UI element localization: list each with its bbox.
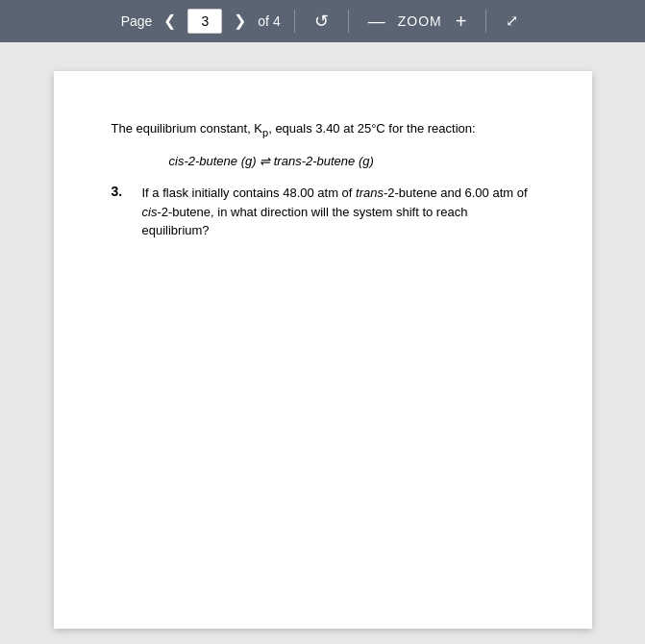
intro-text-before-kp: The equilibrium constant, K (112, 121, 263, 136)
question-3-number: 3. (112, 184, 131, 199)
equation-text: cis-2-butene (g) ⇌ trans-2-butene (g) (169, 154, 374, 168)
zoom-in-button[interactable]: + (450, 10, 473, 33)
page-navigation: Page ❮ ❯ of 4 (121, 9, 281, 34)
page-number-input[interactable] (187, 9, 222, 34)
page-content: The equilibrium constant, Kp, equals 3.4… (0, 42, 645, 644)
fullscreen-button[interactable]: ⤢ (500, 12, 524, 31)
divider-2 (348, 10, 349, 33)
question-3-wrapper: 3. If a flask initially contains 48.00 a… (112, 184, 534, 317)
document-page: The equilibrium constant, Kp, equals 3.4… (54, 71, 592, 629)
page-label: Page (121, 13, 153, 29)
zoom-out-button[interactable]: — (362, 11, 390, 32)
total-pages-label: of 4 (258, 13, 280, 29)
question-3-text: If a flask initially contains 48.00 atm … (142, 184, 534, 240)
toolbar: Page ❮ ❯ of 4 ↺ — ZOOM + ⤢ (0, 0, 645, 42)
question-3-block: 3. If a flask initially contains 48.00 a… (112, 184, 534, 240)
zoom-label: ZOOM (398, 13, 442, 29)
intro-paragraph: The equilibrium constant, Kp, equals 3.4… (112, 119, 534, 140)
prev-page-button[interactable]: ❮ (158, 12, 182, 31)
refresh-button[interactable]: ↺ (309, 11, 335, 32)
divider-3 (485, 10, 486, 33)
divider-1 (294, 10, 295, 33)
intro-text-after-kp: , equals 3.40 at 25°C for the reaction: (268, 121, 476, 136)
next-page-button[interactable]: ❯ (228, 12, 252, 31)
equation-line: cis-2-butene (g) ⇌ trans-2-butene (g) (169, 154, 534, 168)
